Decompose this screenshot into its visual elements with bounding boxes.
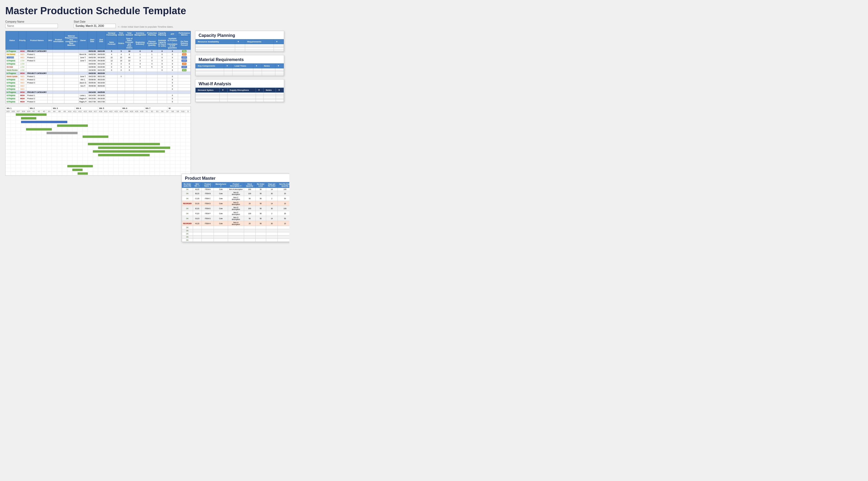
gantt-rows bbox=[5, 113, 191, 176]
gantt-bar bbox=[98, 147, 170, 149]
table-row: In Progress MED Product 2 Kik C. 05/08/3… bbox=[6, 78, 191, 81]
wk8: W bbox=[167, 107, 191, 110]
header-total: Total Demand bbox=[125, 31, 134, 37]
col-sort7[interactable]: ▼ bbox=[256, 88, 264, 93]
col-sort1[interactable]: ▼ bbox=[235, 39, 245, 44]
col-sort4[interactable]: ▼ bbox=[253, 64, 262, 68]
col-sort6[interactable]: ▼ bbox=[220, 88, 227, 93]
col-status: Status bbox=[6, 31, 19, 50]
col-key-components: Key Components bbox=[196, 64, 224, 68]
col-otd: On-Time Delivery Percent bbox=[178, 37, 191, 50]
table-row bbox=[196, 74, 284, 76]
col-priority: Priority bbox=[19, 31, 26, 50]
table-row bbox=[196, 100, 284, 102]
table-row: OK C123 ITEM C Cole Item C description 5… bbox=[182, 196, 289, 201]
table-row bbox=[196, 44, 284, 46]
table-row: OK B123 ITEM B Cole Item B description 1… bbox=[182, 191, 289, 196]
capacity-planning-title: Capacity Planning bbox=[195, 31, 284, 39]
gantt-bar bbox=[98, 154, 150, 156]
col-start: Start Date bbox=[88, 31, 96, 50]
gantt-row bbox=[5, 168, 191, 172]
timeline-date-cell: 5/8 bbox=[170, 110, 176, 113]
what-if-table: Demand Spikes ▼ Supply Disruptions ▼ Not… bbox=[195, 88, 284, 102]
table-row: OK bbox=[182, 229, 289, 232]
timeline-date-cell: 5/6 bbox=[160, 110, 165, 113]
timeline-date-cell: 3/28 bbox=[21, 110, 26, 113]
col-materials: Material Requirements:Key components / R… bbox=[64, 31, 79, 50]
timeline-week-row: Wk 1 Wk 2 Wk 3 Wk 4 Wk 5 Wk 6 Wk 7 W bbox=[5, 107, 191, 110]
gantt-row bbox=[5, 161, 191, 164]
timeline-date-row: 3/253/263/273/283/294/14/24/34/44/44/84/… bbox=[5, 110, 191, 113]
timeline-date-cell: 4/12 bbox=[78, 110, 83, 113]
table-row: Complete MED Product 2 June T. 04/02/30 … bbox=[6, 56, 191, 59]
timeline-date-cell: 4/4 bbox=[52, 110, 57, 113]
col-ac: Available Capacity (in hours or units) bbox=[158, 37, 167, 50]
header-production: ProductionPlanning bbox=[147, 31, 158, 37]
col-stock: Stock Quantity bbox=[244, 182, 255, 188]
gantt-row bbox=[5, 139, 191, 142]
col-product-name: Product Name ▼ bbox=[202, 182, 214, 188]
col-sort5[interactable]: ▼ bbox=[275, 64, 283, 68]
col-product-desc: Product Description ▼ bbox=[228, 182, 244, 188]
table-row: In Progress HIGH PROJECT CATEGORY 04/14/… bbox=[6, 91, 191, 94]
gantt-bar bbox=[16, 113, 46, 116]
table-row: OK E123 ITEM E Cole Item E description 2… bbox=[182, 206, 289, 211]
gantt-row bbox=[5, 150, 191, 153]
gantt-row bbox=[5, 124, 191, 128]
col-end: End Date bbox=[97, 31, 106, 50]
gantt-row bbox=[5, 117, 191, 120]
timeline-date-cell: 4/18 bbox=[98, 110, 103, 113]
col-sort3[interactable]: ▼ bbox=[224, 64, 232, 68]
col-sf: Sales Forecast bbox=[106, 37, 118, 50]
start-date-input[interactable] bbox=[74, 24, 116, 28]
wk6: Wk 6 bbox=[121, 107, 145, 110]
table-row bbox=[196, 98, 284, 100]
product-master-panel: Product Master Re-Order(auto-fill) SKU N… bbox=[182, 174, 289, 242]
gantt-bar bbox=[67, 165, 93, 167]
timeline-date-cell: 5/9 bbox=[176, 110, 181, 113]
wk2: Wk 2 bbox=[29, 107, 52, 110]
gantt-row bbox=[5, 113, 191, 117]
company-name-group: Company Name bbox=[5, 20, 58, 28]
table-row: In Progress HIGH Product 1 Luisa L. 04/1… bbox=[6, 94, 191, 97]
col-sort2[interactable]: ▼ bbox=[274, 39, 283, 44]
gantt-row bbox=[5, 135, 191, 139]
what-if-title: What-If Analysis bbox=[195, 80, 284, 88]
header-atp: ATP bbox=[167, 31, 178, 37]
gantt-bar bbox=[88, 143, 160, 145]
gantt-row bbox=[5, 164, 191, 168]
page-title: Master Production Schedule Template bbox=[5, 5, 284, 17]
schedule-table-wrapper: Status Priority Product Names SKU Produc… bbox=[5, 31, 191, 104]
gantt-bar bbox=[57, 124, 88, 127]
gantt-row bbox=[5, 131, 191, 135]
wk7: Wk 7 bbox=[145, 107, 167, 110]
table-row: In Progress HIGH Product 3 Raghu P. 04/1… bbox=[6, 100, 191, 103]
timeline-date-cell: 4/9 bbox=[62, 110, 67, 113]
timeline-date-cell: 4/25 bbox=[124, 110, 129, 113]
gantt-area: Wk 1 Wk 2 Wk 3 Wk 4 Wk 5 Wk 6 Wk 7 W 3/2… bbox=[5, 106, 191, 176]
header-demand: DemandForecasting bbox=[106, 31, 118, 37]
gantt-row bbox=[5, 172, 191, 176]
timeline-date-cell: 4/19 bbox=[103, 110, 108, 113]
table-row bbox=[196, 50, 284, 52]
company-name-label: Company Name bbox=[5, 20, 58, 23]
col-reorder: Re-Order(auto-fill) bbox=[182, 182, 193, 188]
table-row bbox=[196, 46, 284, 48]
gantt-row bbox=[5, 157, 191, 161]
col-item-qty: Item Re-Order Quantity bbox=[278, 182, 289, 188]
timeline-date-cell: 5/2 bbox=[150, 110, 155, 113]
table-row bbox=[196, 96, 284, 98]
start-date-group: Start Date <-- Enter initial Start Date … bbox=[74, 20, 173, 28]
table-row: OK bbox=[182, 239, 289, 242]
gantt-bar bbox=[21, 117, 37, 119]
main-layout: Status Priority Product Names SKU Produc… bbox=[5, 31, 284, 176]
col-info: Product Information bbox=[53, 31, 64, 50]
col-sort8[interactable]: ▼ bbox=[276, 88, 284, 93]
col-resource: Resource Availability bbox=[196, 39, 235, 44]
company-name-input[interactable] bbox=[5, 24, 58, 28]
table-row: In Progress MED 0 bbox=[6, 88, 191, 91]
schedule-table: Status Priority Product Names SKU Produc… bbox=[5, 31, 191, 103]
gantt-bar bbox=[83, 136, 108, 138]
gantt-bar bbox=[93, 150, 165, 153]
table-row: In Progress HIGH PROJECT CATEGORY 04/22/… bbox=[6, 72, 191, 75]
